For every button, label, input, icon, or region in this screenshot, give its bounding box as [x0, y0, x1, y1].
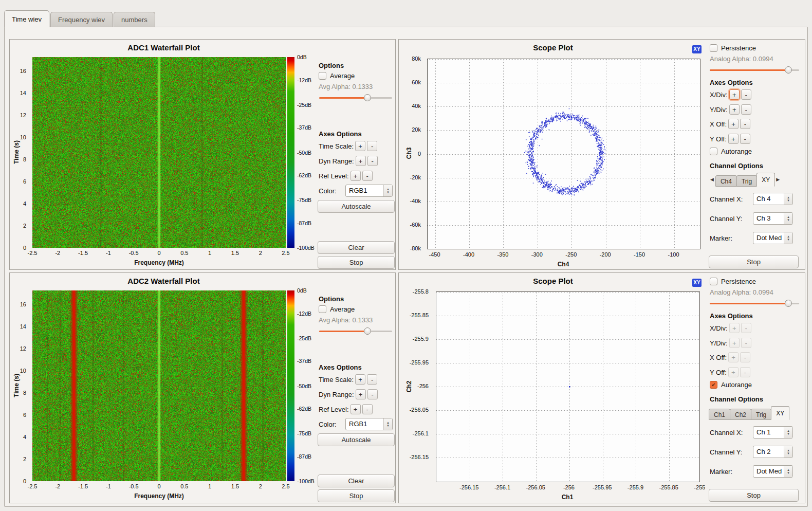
tab-time-view[interactable]: Time wiev	[4, 10, 49, 27]
channel-x-select[interactable]: Ch 1 ▴▾	[753, 426, 793, 439]
channel-tab-xy[interactable]: XY	[771, 406, 789, 420]
channel-tabs-next-icon[interactable]: ▶	[774, 177, 781, 182]
channel-x-select[interactable]: Ch 4 ▴▾	[753, 193, 793, 205]
spin-arrows[interactable]: ▴▾	[383, 185, 392, 196]
stop-button[interactable]: Stop	[709, 256, 799, 268]
stop-button[interactable]: Stop	[318, 489, 395, 502]
spin-arrows[interactable]: ▴▾	[784, 193, 792, 205]
persistence-label: Persistence	[721, 278, 756, 285]
color-select[interactable]: RGB1 ▴▾	[345, 185, 393, 197]
xoff-minus-button[interactable]: -	[740, 119, 750, 129]
spin-down-icon[interactable]: ▾	[387, 424, 389, 427]
autorange-checkbox[interactable]	[710, 148, 717, 155]
tick-label: -20k	[410, 174, 421, 180]
ref-level-minus-button[interactable]: -	[362, 404, 373, 414]
average-checkbox[interactable]	[319, 305, 326, 313]
spin-down-icon[interactable]: ▾	[787, 471, 789, 474]
marker-select[interactable]: Dot Med ▴▾	[753, 465, 793, 478]
channel-tab-trig[interactable]: Trig	[736, 175, 757, 187]
channel-tab-trig[interactable]: Trig	[751, 409, 771, 420]
spin-down-icon[interactable]: ▾	[787, 199, 789, 202]
time-scale-plus-button[interactable]: +	[355, 374, 365, 385]
adc1-waterfall-canvas[interactable]	[32, 57, 286, 248]
analog-alpha-slider[interactable]	[710, 300, 799, 307]
spin-down-icon[interactable]: ▾	[787, 238, 789, 241]
persistence-checkbox[interactable]	[710, 278, 717, 285]
tick-label: 0dB	[297, 54, 307, 60]
yoff-minus-button[interactable]: -	[740, 134, 750, 144]
dyn-range-minus-button[interactable]: -	[367, 156, 378, 166]
channel-tab-ch4[interactable]: Ch4	[715, 175, 737, 187]
xdiv-minus-button[interactable]: -	[741, 323, 751, 333]
xdiv-plus-button[interactable]: +	[729, 323, 740, 333]
xdiv-plus-button[interactable]: +	[729, 89, 740, 100]
slider-knob[interactable]	[364, 94, 371, 101]
stop-button[interactable]: Stop	[709, 489, 799, 502]
channel-y-select[interactable]: Ch 3 ▴▾	[753, 212, 793, 225]
scope-xy-canvas[interactable]	[427, 59, 700, 249]
ref-level-minus-button[interactable]: -	[362, 171, 373, 181]
yoff-minus-button[interactable]: -	[740, 367, 750, 377]
slider-knob[interactable]	[785, 66, 792, 74]
adc2-waterfall-canvas[interactable]	[32, 290, 286, 481]
slider-knob[interactable]	[785, 300, 792, 307]
dyn-range-minus-button[interactable]: -	[367, 389, 378, 399]
xoff-row: X Off: + -	[710, 352, 797, 363]
ydiv-minus-button[interactable]: -	[741, 104, 751, 115]
avg-alpha-slider[interactable]	[319, 327, 392, 335]
ref-level-plus-button[interactable]: +	[350, 404, 361, 414]
clear-button[interactable]: Clear	[318, 241, 395, 254]
slider-knob[interactable]	[364, 327, 371, 335]
channel-tab-ch2[interactable]: Ch2	[730, 409, 751, 420]
spin-arrows[interactable]: ▴▾	[784, 446, 792, 458]
tab-numbers[interactable]: numbers	[114, 12, 155, 27]
ydiv-minus-button[interactable]: -	[741, 338, 751, 348]
marker-select[interactable]: Dot Med ▴▾	[753, 232, 793, 244]
time-scale-minus-button[interactable]: -	[367, 141, 377, 151]
xdiv-minus-button[interactable]: -	[741, 89, 751, 100]
spin-down-icon[interactable]: ▾	[787, 452, 789, 455]
analog-alpha-slider[interactable]	[710, 66, 799, 74]
spin-arrows[interactable]: ▴▾	[784, 466, 792, 477]
tick-label: -50dB	[297, 150, 311, 156]
time-scale-plus-button[interactable]: +	[355, 141, 365, 151]
tick-label: -60k	[410, 222, 421, 228]
spin-arrows[interactable]: ▴▾	[784, 213, 792, 224]
dyn-range-plus-button[interactable]: +	[356, 156, 366, 166]
spin-arrows[interactable]: ▴▾	[784, 232, 792, 244]
tab-frequency-view[interactable]: Frequency wiev	[50, 12, 113, 27]
spin-arrows[interactable]: ▴▾	[383, 418, 392, 430]
clear-button[interactable]: Clear	[318, 474, 395, 487]
xoff-plus-button[interactable]: +	[728, 352, 739, 362]
channel-x-value: Ch 4	[753, 193, 784, 205]
scope-xy-canvas[interactable]	[436, 291, 700, 482]
xy-badge[interactable]: XY	[692, 45, 702, 53]
channel-tabs-prev-icon[interactable]: ◀	[709, 177, 715, 182]
yoff-plus-button[interactable]: +	[728, 134, 739, 144]
autoscale-button[interactable]: Autoscale	[318, 200, 395, 213]
average-checkbox[interactable]	[319, 72, 326, 80]
xoff-minus-button[interactable]: -	[740, 352, 750, 362]
ydiv-plus-button[interactable]: +	[729, 104, 740, 115]
channel-y-select[interactable]: Ch 2 ▴▾	[753, 446, 793, 458]
xy-badge[interactable]: XY	[692, 279, 702, 287]
autoscale-button[interactable]: Autoscale	[318, 433, 395, 446]
persistence-checkbox[interactable]	[710, 44, 717, 52]
ydiv-plus-button[interactable]: +	[729, 338, 740, 348]
channel-x-row: Channel X: Ch 1 ▴▾	[710, 426, 793, 439]
xoff-plus-button[interactable]: +	[728, 119, 739, 129]
ref-level-plus-button[interactable]: +	[350, 171, 361, 181]
avg-alpha-slider[interactable]	[319, 94, 392, 102]
time-scale-minus-button[interactable]: -	[367, 374, 377, 385]
spin-down-icon[interactable]: ▾	[787, 432, 789, 435]
spin-down-icon[interactable]: ▾	[787, 218, 789, 222]
stop-button[interactable]: Stop	[318, 256, 395, 269]
spin-arrows[interactable]: ▴▾	[784, 427, 792, 438]
autorange-checkbox[interactable]	[710, 381, 717, 389]
color-select[interactable]: RGB1 ▴▾	[345, 418, 393, 430]
channel-tab-xy[interactable]: XY	[756, 173, 775, 187]
spin-down-icon[interactable]: ▾	[387, 191, 389, 194]
yoff-plus-button[interactable]: +	[728, 367, 739, 377]
channel-tab-ch1[interactable]: Ch1	[709, 409, 730, 420]
dyn-range-plus-button[interactable]: +	[356, 389, 366, 399]
